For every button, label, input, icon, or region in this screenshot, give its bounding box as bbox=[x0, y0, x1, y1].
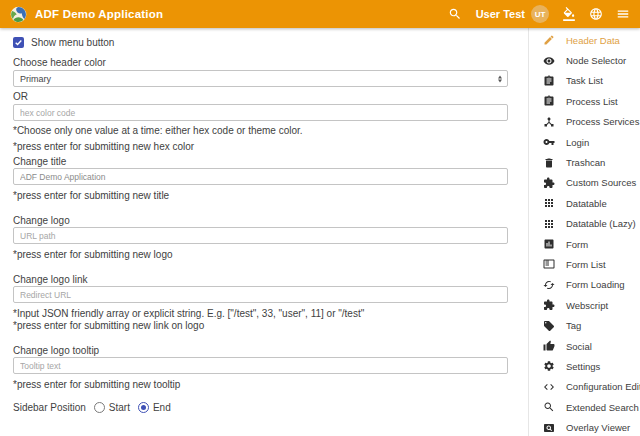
sidebar-item-webscript[interactable]: Webscript bbox=[529, 295, 640, 315]
radio-label: Start bbox=[109, 402, 130, 413]
right-sidebar: Header DataNode SelectorTask ListProcess… bbox=[528, 28, 640, 436]
sidebar-item-custom-sources[interactable]: Custom Sources bbox=[529, 173, 640, 193]
logo-link-note-2: *press enter for submitting new link on … bbox=[13, 320, 528, 332]
thumb-up-icon bbox=[543, 340, 555, 352]
sidebar-item-datatable-lazy[interactable]: Datatable (Lazy) bbox=[529, 214, 640, 234]
radio-unselected-icon bbox=[94, 402, 105, 413]
change-title-input[interactable] bbox=[13, 168, 508, 185]
radio-label: End bbox=[153, 402, 171, 413]
sidebar-item-label: Social bbox=[566, 341, 592, 352]
header-color-label: Choose header color bbox=[13, 57, 528, 69]
user-name[interactable]: User Test bbox=[476, 8, 525, 20]
change-logo-link-label: Change logo link bbox=[13, 274, 528, 286]
show-menu-checkbox[interactable]: Show menu button bbox=[13, 37, 528, 48]
tooltip-note: *press enter for submitting new tooltip bbox=[13, 379, 528, 391]
header-color-select[interactable]: Primary bbox=[13, 70, 508, 87]
radio-selected-icon bbox=[138, 402, 149, 413]
trash-icon bbox=[543, 157, 555, 169]
theme-color-icon[interactable] bbox=[562, 7, 576, 21]
sidebar-item-label: Webscript bbox=[566, 300, 608, 311]
form-list-icon bbox=[543, 258, 555, 270]
sidebar-position-label: Sidebar Position bbox=[13, 402, 86, 413]
sidebar-item-header-data[interactable]: Header Data bbox=[529, 30, 640, 50]
sidebar-item-login[interactable]: Login bbox=[529, 132, 640, 152]
sidebar-item-datatable[interactable]: Datatable bbox=[529, 193, 640, 213]
sidebar-item-label: Datatable bbox=[566, 198, 607, 209]
settings-panel: Show menu button Choose header color Pri… bbox=[0, 28, 528, 436]
sidebar-item-social[interactable]: Social bbox=[529, 336, 640, 356]
tag-icon bbox=[543, 320, 555, 332]
show-menu-label: Show menu button bbox=[31, 37, 114, 48]
checkbox-checked-icon bbox=[13, 37, 24, 48]
sidebar-item-form-list[interactable]: Form List bbox=[529, 254, 640, 274]
sidebar-item-tag[interactable]: Tag bbox=[529, 315, 640, 335]
sidebar-item-label: Login bbox=[566, 137, 589, 148]
language-globe-icon[interactable] bbox=[589, 7, 603, 21]
sidebar-item-settings[interactable]: Settings bbox=[529, 356, 640, 376]
select-stepper-icon bbox=[498, 75, 502, 82]
sidebar-item-label: Overlay Viewer bbox=[566, 422, 630, 433]
logo-note: *press enter for submitting new logo bbox=[13, 249, 528, 261]
hub-icon bbox=[543, 116, 555, 128]
hamburger-menu-icon[interactable] bbox=[616, 7, 630, 21]
sidebar-position-radio-start[interactable]: Start bbox=[94, 402, 130, 413]
sidebar-position-group: Sidebar Position StartEnd bbox=[13, 402, 528, 413]
sidebar-item-label: Custom Sources bbox=[566, 177, 636, 188]
grid-icon bbox=[543, 218, 555, 230]
code-icon bbox=[543, 381, 555, 393]
sidebar-item-overlay-viewer[interactable]: Overlay Viewer bbox=[529, 417, 640, 436]
header-color-value: Primary bbox=[20, 74, 51, 84]
sidebar-item-label: Configuration Editor bbox=[566, 381, 640, 392]
sidebar-item-form[interactable]: Form bbox=[529, 234, 640, 254]
puzzle-icon bbox=[543, 177, 555, 189]
sidebar-item-process-services[interactable]: Process Services bbox=[529, 112, 640, 132]
title-note: *press enter for submitting new title bbox=[13, 190, 528, 202]
sidebar-item-label: Datatable (Lazy) bbox=[566, 218, 636, 229]
chart-icon bbox=[543, 238, 555, 250]
search-icon[interactable] bbox=[448, 7, 462, 21]
sidebar-item-label: Form Loading bbox=[566, 279, 625, 290]
sidebar-item-label: Node Selector bbox=[566, 55, 626, 66]
sidebar-item-label: Process List bbox=[566, 96, 618, 107]
or-label: OR bbox=[13, 91, 528, 103]
sidebar-item-label: Process Services bbox=[566, 116, 639, 127]
change-logo-input[interactable] bbox=[13, 227, 508, 244]
sidebar-item-label: Settings bbox=[566, 361, 600, 372]
sidebar-item-task-list[interactable]: Task List bbox=[529, 71, 640, 91]
edit-icon bbox=[543, 34, 555, 46]
clipboard-icon bbox=[543, 75, 555, 87]
eye-icon bbox=[543, 55, 555, 67]
sidebar-item-label: Form bbox=[566, 239, 588, 250]
clipboard-icon bbox=[543, 95, 555, 107]
sidebar-item-extended-search[interactable]: Extended Search bbox=[529, 397, 640, 417]
key-icon bbox=[543, 136, 555, 148]
logo-link-note-1: *Input JSON friendly array or explicit s… bbox=[13, 308, 528, 320]
sidebar-item-configuration-editor[interactable]: Configuration Editor bbox=[529, 377, 640, 397]
sidebar-item-label: Task List bbox=[566, 75, 603, 86]
change-logo-link-input[interactable] bbox=[13, 286, 508, 303]
avatar[interactable]: UT bbox=[531, 5, 549, 23]
change-logo-label: Change logo bbox=[13, 215, 528, 227]
sidebar-item-label: Header Data bbox=[566, 35, 620, 46]
sidebar-item-trashcan[interactable]: Trashcan bbox=[529, 152, 640, 172]
loop-icon bbox=[543, 279, 555, 291]
app-title: ADF Demo Application bbox=[35, 8, 163, 20]
sidebar-item-label: Trashcan bbox=[566, 157, 605, 168]
top-toolbar: ADF Demo Application User Test UT bbox=[0, 0, 640, 28]
sidebar-item-node-selector[interactable]: Node Selector bbox=[529, 50, 640, 70]
change-logo-tooltip-label: Change logo tooltip bbox=[13, 345, 528, 357]
app-logo-icon[interactable] bbox=[10, 6, 27, 23]
change-logo-tooltip-input[interactable] bbox=[13, 357, 508, 374]
sidebar-item-label: Form List bbox=[566, 259, 606, 270]
app-window: ADF Demo Application User Test UT Show m… bbox=[0, 0, 640, 436]
gear-icon bbox=[543, 360, 555, 372]
hex-note-2: *press enter for submitting new hex colo… bbox=[13, 141, 528, 153]
sidebar-position-radio-end[interactable]: End bbox=[138, 402, 171, 413]
sidebar-item-label: Extended Search bbox=[566, 402, 639, 413]
puzzle-icon bbox=[543, 299, 555, 311]
sidebar-item-form-loading[interactable]: Form Loading bbox=[529, 275, 640, 295]
hex-color-input[interactable] bbox=[13, 104, 508, 121]
hex-note-1: *Choose only one value at a time: either… bbox=[13, 125, 528, 137]
sidebar-item-process-list[interactable]: Process List bbox=[529, 91, 640, 111]
change-title-label: Change title bbox=[13, 156, 528, 168]
